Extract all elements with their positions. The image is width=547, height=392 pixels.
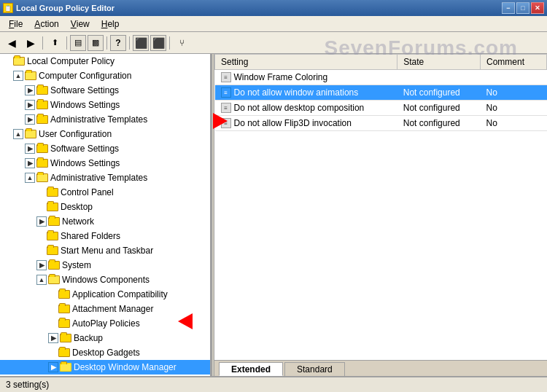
status-bar: 3 setting(s) (0, 376, 547, 392)
toggle-windows-components[interactable]: ▲ (36, 275, 47, 285)
comment-cell: No (481, 85, 547, 101)
tree-item-system[interactable]: ▶ System (0, 258, 210, 273)
tree-item-digital-locker[interactable]: Digital Locker (0, 375, 210, 376)
toggle-admin-templates-1[interactable]: ▶ (25, 114, 35, 125)
forward-button[interactable]: ▶ (22, 35, 39, 51)
col-state[interactable]: State (397, 55, 481, 70)
properties-button[interactable]: ▩ (88, 35, 104, 51)
toggle-system[interactable]: ▶ (36, 260, 47, 270)
tree-folder-admin-templates-1 (36, 115, 48, 125)
menu-bar: File Action View Help (0, 16, 547, 32)
show-hide-button[interactable]: ▤ (70, 35, 86, 51)
arrow-indicator-2 (178, 313, 193, 329)
setting-cell: ≡ Do not allow window animations (215, 85, 397, 101)
table-row[interactable]: ≡ Do not allow Flip3D invocation Not con… (215, 116, 547, 131)
toolbar-separator-3 (106, 36, 107, 50)
tree-item-local-computer-policy[interactable]: Local Computer Policy (0, 54, 210, 68)
state-cell: Not configured (397, 101, 481, 116)
tree-item-windows-settings-1[interactable]: ▶ Windows Settings (0, 98, 210, 112)
tab-extended[interactable]: Extended (219, 362, 283, 376)
tree-item-app-compat[interactable]: Application Compatibility (0, 287, 210, 302)
setting-cell: ≡ Do not allow desktop composition (215, 101, 397, 116)
tree-folder-attach-mgr (58, 305, 70, 314)
table-row-selected[interactable]: ≡ Do not allow window animations Not con… (215, 85, 547, 101)
col-comment[interactable]: Comment (481, 55, 547, 70)
setting-icon: ≡ (221, 72, 231, 82)
tree-item-admin-templates-2[interactable]: ▲ Administrative Templates (0, 170, 210, 185)
tree-item-desktop-gadgets[interactable]: Desktop Gadgets (0, 345, 210, 360)
setting-cell: ≡ Do not allow Flip3D invocation (215, 116, 397, 131)
tree-item-control-panel[interactable]: Control Panel (0, 185, 210, 200)
state-cell (397, 70, 481, 85)
tree-folder-desktop-gadgets (58, 348, 70, 358)
tree-item-computer-config[interactable]: ▲ Computer Configuration (0, 68, 210, 83)
tree-item-software-settings-2[interactable]: ▶ Software Settings (0, 141, 210, 156)
toggle-software-settings-1[interactable]: ▶ (25, 85, 35, 95)
menu-action[interactable]: Action (28, 16, 64, 31)
toolbar-separator-1 (42, 36, 43, 50)
tree-item-shared-folders[interactable]: Shared Folders (0, 229, 210, 243)
filter-button[interactable]: ⑂ (173, 35, 190, 51)
app-icon: 📋 (3, 3, 13, 13)
button-b[interactable]: ⬛ (150, 35, 166, 51)
back-button[interactable]: ◀ (3, 35, 20, 51)
status-text: 3 setting(s) (6, 380, 49, 390)
col-setting[interactable]: Setting (215, 55, 397, 70)
toggle-desktop-window-mgr[interactable]: ▶ (48, 362, 58, 372)
arrow-indicator-1 (213, 113, 228, 129)
tree-item-admin-templates-1[interactable]: ▶ Administrative Templates (0, 112, 210, 127)
toggle-computer-config[interactable]: ▲ (13, 71, 23, 81)
tree-folder-desktop-window-mgr (60, 363, 71, 372)
toggle-network[interactable]: ▶ (36, 216, 47, 227)
toggle-admin-templates-2[interactable]: ▲ (25, 173, 35, 183)
menu-file[interactable]: File (3, 16, 28, 31)
tab-standard[interactable]: Standard (284, 362, 345, 376)
state-cell: Not configured (397, 85, 481, 101)
menu-help[interactable]: Help (96, 16, 125, 31)
comment-cell: No (481, 116, 547, 131)
tree-folder-windows-components (48, 275, 60, 285)
close-button[interactable]: ✕ (531, 2, 544, 14)
tree-item-network[interactable]: ▶ Network (0, 214, 210, 229)
tree-folder-admin-templates-2 (36, 173, 48, 183)
tree-item-windows-components[interactable]: ▲ Windows Components (0, 273, 210, 287)
tree-item-software-settings-1[interactable]: ▶ Software Settings (0, 83, 210, 98)
table-row[interactable]: ≡ Do not allow desktop composition Not c… (215, 101, 547, 116)
tree-folder-computer-config (25, 71, 36, 81)
up-button[interactable]: ⬆ (46, 35, 63, 51)
toggle-windows-settings-2[interactable]: ▶ (25, 158, 35, 168)
toggle-software-settings-2[interactable]: ▶ (25, 144, 35, 154)
comment-cell: No (481, 101, 547, 116)
tree-folder-windows-settings-1 (36, 101, 48, 110)
setting-icon: ≡ (221, 103, 231, 113)
tree-item-backup[interactable]: ▶ Backup (0, 331, 210, 345)
setting-cell: ≡ Window Frame Coloring (215, 70, 397, 85)
toggle-backup[interactable]: ▶ (48, 333, 58, 343)
tree-item-desktop[interactable]: Desktop (0, 200, 210, 214)
window-title: Local Group Policy Editor (16, 4, 115, 12)
tree-folder-app-compat (58, 290, 70, 299)
toggle-user-config[interactable]: ▲ (13, 129, 23, 139)
table-row[interactable]: ≡ Window Frame Coloring (215, 70, 547, 85)
toggle-windows-settings-1[interactable]: ▶ (25, 100, 35, 110)
maximize-button[interactable]: □ (516, 2, 529, 14)
tree-item-windows-settings-2[interactable]: ▶ Windows Settings (0, 156, 210, 170)
tree-item-user-config[interactable]: ▲ User Configuration (0, 127, 210, 141)
main-area: Local Computer Policy ▲ Computer Configu… (0, 54, 547, 376)
toolbar: ◀ ▶ ⬆ ▤ ▩ ? ⬛ ⬛ ⑂ (0, 32, 547, 54)
tree-folder-windows-settings-2 (36, 159, 48, 168)
minimize-button[interactable]: − (502, 2, 515, 14)
help-button[interactable]: ? (110, 35, 126, 51)
settings-table: Setting State Comment ≡ Window Frame Col… (214, 54, 547, 131)
tree-folder-start-menu (47, 246, 58, 256)
tree-folder-control-panel (47, 188, 58, 197)
setting-icon: ≡ (221, 87, 231, 98)
settings-table-container[interactable]: Setting State Comment ≡ Window Frame Col… (214, 54, 547, 360)
tree-item-start-menu[interactable]: Start Menu and Taskbar (0, 243, 210, 258)
toolbar-separator-2 (66, 36, 67, 50)
tree-folder-system (48, 261, 60, 270)
tree-item-desktop-window-mgr[interactable]: ▶ Desktop Window Manager (0, 360, 210, 375)
menu-view[interactable]: View (65, 16, 96, 31)
tree-folder-local-computer-policy (13, 57, 25, 66)
button-a[interactable]: ⬛ (133, 35, 149, 51)
